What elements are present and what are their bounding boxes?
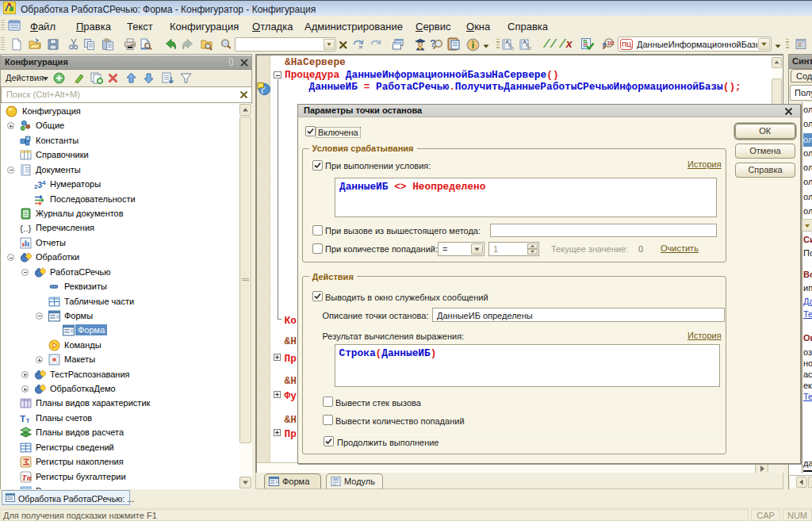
svg-text:Tт: Tт	[21, 472, 32, 481]
svg-text:В: В	[528, 46, 531, 51]
svg-text:10!: 10!	[607, 40, 615, 46]
svg-text:Т: Т	[20, 413, 26, 423]
svg-text:В: В	[511, 46, 514, 51]
svg-text:{..}: {..}	[20, 223, 31, 233]
svg-text:4: 4	[42, 179, 46, 186]
svg-text:т: т	[26, 416, 29, 424]
